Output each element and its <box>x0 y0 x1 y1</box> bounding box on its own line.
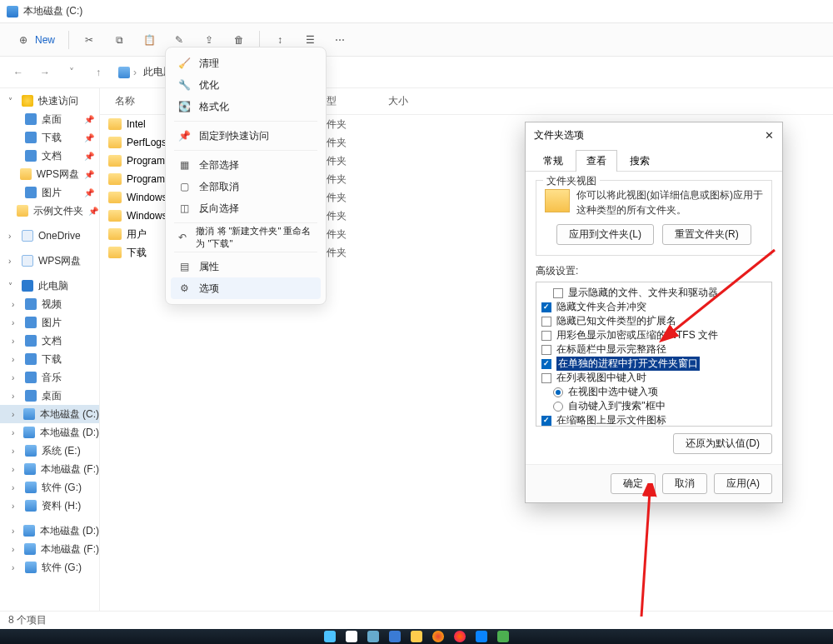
new-button[interactable]: ⊕ New <box>10 27 62 52</box>
sidebar-item-downloads[interactable]: 下载📌 <box>0 128 99 147</box>
sidebar-item-drive[interactable]: ›本地磁盘 (F:) <box>0 540 99 558</box>
tab-view[interactable]: 查看 <box>576 150 617 172</box>
checkbox-icon[interactable] <box>553 288 563 298</box>
apply-to-folders-button[interactable]: 应用到文件夹(L) <box>556 224 654 245</box>
ctx-pin[interactable]: 📌固定到快速访问 <box>171 125 321 147</box>
checkbox-icon[interactable]: ✓ <box>541 302 551 312</box>
radio-icon[interactable] <box>553 402 563 412</box>
sidebar-item-documents[interactable]: 文档📌 <box>0 147 99 165</box>
tree-item[interactable]: 在视图中选中键入项 <box>538 385 770 399</box>
apply-button[interactable]: 应用(A) <box>714 473 772 494</box>
folder-icon <box>17 205 28 217</box>
restore-defaults-button[interactable]: 还原为默认值(D) <box>673 433 772 454</box>
paste-button[interactable]: 📋 <box>136 27 162 52</box>
ok-button[interactable]: 确定 <box>611 473 656 494</box>
sidebar-item-desktop[interactable]: 桌面📌 <box>0 110 99 128</box>
status-text: 8 个项目 <box>8 613 47 627</box>
search-icon[interactable] <box>346 631 357 642</box>
sidebar-item-drive[interactable]: ›本地磁盘 (D:) <box>0 522 99 540</box>
radio-icon[interactable] <box>553 387 563 397</box>
tree-item[interactable]: 隐藏已知文件类型的扩展名 <box>538 314 770 328</box>
ctx-optimize[interactable]: 🔧优化 <box>171 74 321 96</box>
sidebar-item-drive[interactable]: ›本地磁盘 (D:) <box>0 423 99 442</box>
ctx-format[interactable]: 💽格式化 <box>171 96 321 117</box>
checkbox-icon[interactable] <box>541 331 551 341</box>
copy-button[interactable]: ⧉ <box>106 27 132 52</box>
tree-item[interactable]: 在标题栏中显示完整路径 <box>538 342 770 357</box>
ctx-select-all[interactable]: ▦全部选择 <box>171 154 321 176</box>
pictures-icon <box>25 317 37 328</box>
advanced-settings-tree[interactable]: 显示隐藏的文件、文件夹和驱动器✓隐藏文件夹合并冲突隐藏已知文件类型的扩展名用彩色… <box>536 282 772 427</box>
sidebar-item-desk2[interactable]: ›桌面 <box>0 387 99 405</box>
wrench-icon: 🔧 <box>177 78 191 92</box>
taskview-icon[interactable] <box>367 631 379 642</box>
sidebar-item-drive[interactable]: ›本地磁盘 (C:) <box>0 405 99 423</box>
sidebar-item-pictures[interactable]: 图片📌 <box>0 183 99 202</box>
ctx-select-none[interactable]: ▢全部取消 <box>171 176 321 197</box>
sidebar-item-drive[interactable]: ›本地磁盘 (F:) <box>0 460 99 478</box>
checkbox-icon[interactable] <box>541 373 551 383</box>
forward-button[interactable]: → <box>33 60 57 85</box>
pin-icon: 📌 <box>84 152 94 161</box>
tree-label: 在标题栏中显示完整路径 <box>556 342 666 357</box>
folder-icon <box>108 247 122 258</box>
back-button[interactable]: ← <box>7 60 30 85</box>
recent-button[interactable]: ˅ <box>60 60 83 85</box>
file-type: 文件夹 <box>317 209 388 223</box>
sidebar-item-onedrive[interactable]: ›OneDrive <box>0 227 99 245</box>
tree-item[interactable]: 在列表视图中键入时 <box>538 371 770 385</box>
tree-item[interactable]: 自动键入到"搜索"框中 <box>538 399 770 413</box>
chrome-icon[interactable] <box>432 631 444 642</box>
tree-item[interactable]: ✓在缩略图上显示文件图标 <box>538 413 770 427</box>
file-type: 文件夹 <box>317 227 388 242</box>
app-icon[interactable] <box>476 631 487 642</box>
checkbox-icon[interactable]: ✓ <box>541 416 551 426</box>
close-button[interactable]: ✕ <box>765 129 774 142</box>
tree-item[interactable]: ✓隐藏文件夹合并冲突 <box>538 300 770 314</box>
select-none-icon: ▢ <box>177 180 191 193</box>
sidebar-item-drive[interactable]: ›软件 (G:) <box>0 558 99 577</box>
sidebar-item-drive[interactable]: ›软件 (G:) <box>0 478 99 497</box>
tab-search[interactable]: 搜索 <box>619 150 661 172</box>
sidebar-item-wpsdrive[interactable]: ›WPS网盘 <box>0 252 99 270</box>
ctx-options[interactable]: ⚙选项 <box>171 277 321 299</box>
sidebar-item-pictures2[interactable]: ›图片 <box>0 313 99 332</box>
sidebar-item-music[interactable]: ›音乐 <box>0 368 99 387</box>
reset-folders-button[interactable]: 重置文件夹(R) <box>662 224 751 245</box>
widgets-icon[interactable] <box>389 631 401 642</box>
more-button[interactable]: ⋯ <box>327 27 353 52</box>
download-icon <box>25 353 37 365</box>
sidebar-item-drive[interactable]: ›系统 (E:) <box>0 442 99 460</box>
sidebar-item-thispc[interactable]: ˅此电脑 <box>0 277 99 295</box>
checkbox-icon[interactable] <box>541 317 551 327</box>
taskbar[interactable] <box>0 629 833 644</box>
ctx-clean[interactable]: 🧹清理 <box>171 52 321 74</box>
ctx-invert[interactable]: ◫反向选择 <box>171 197 321 219</box>
app-icon[interactable] <box>454 631 466 642</box>
start-icon[interactable] <box>324 631 336 642</box>
col-type[interactable]: 类型 <box>317 94 388 108</box>
tree-item[interactable]: 显示隐藏的文件、文件夹和驱动器 <box>538 286 770 300</box>
file-type: 文件夹 <box>317 154 388 168</box>
sidebar-item-docs2[interactable]: ›文档 <box>0 332 99 350</box>
checkbox-icon[interactable] <box>541 345 551 355</box>
tree-item[interactable]: ✓在单独的进程中打开文件夹窗口 <box>538 357 770 371</box>
sidebar-item-drive[interactable]: ›资料 (H:) <box>0 497 99 515</box>
sidebar-item-quick[interactable]: ˅快速访问 <box>0 92 99 110</box>
sidebar-item-sample[interactable]: 示例文件夹📌 <box>0 202 99 220</box>
cut-button[interactable]: ✂ <box>76 27 102 52</box>
checkbox-icon[interactable]: ✓ <box>541 359 551 369</box>
ctx-undo[interactable]: ↶撤消 将 "新建文件夹" 重命名为 "下载" <box>171 227 321 248</box>
tab-general[interactable]: 常规 <box>532 150 574 172</box>
app-icon[interactable] <box>497 631 509 642</box>
cancel-button[interactable]: 取消 <box>662 473 707 494</box>
up-button[interactable]: ↑ <box>87 60 110 85</box>
tree-item[interactable]: 用彩色显示加密或压缩的 NTFS 文件 <box>538 328 770 342</box>
sidebar-item-dl2[interactable]: ›下载 <box>0 350 99 368</box>
col-size[interactable]: 大小 <box>388 94 430 108</box>
sidebar-item-wps[interactable]: WPS网盘📌 <box>0 165 99 183</box>
explorer-icon[interactable] <box>411 631 422 642</box>
plus-icon: ⊕ <box>17 33 30 47</box>
sidebar-item-video[interactable]: ›视频 <box>0 295 99 313</box>
ctx-properties[interactable]: ▤属性 <box>171 256 321 277</box>
